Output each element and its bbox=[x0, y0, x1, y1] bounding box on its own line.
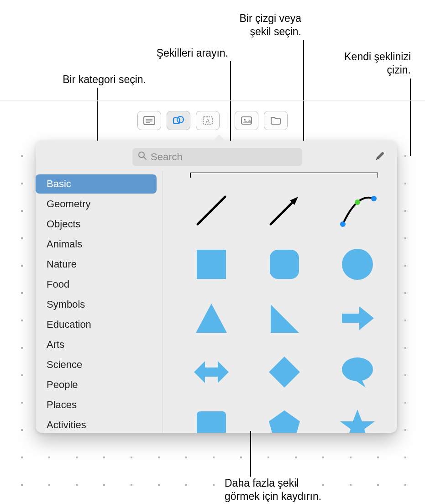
category-sidebar: Basic Geometry Objects Animals Nature Fo… bbox=[36, 171, 163, 433]
svg-marker-23 bbox=[342, 306, 374, 330]
shape-triangle[interactable] bbox=[182, 293, 241, 343]
shape-line[interactable] bbox=[182, 185, 241, 236]
category-food[interactable]: Food bbox=[36, 275, 157, 294]
svg-point-16 bbox=[371, 196, 377, 201]
svg-point-9 bbox=[244, 119, 246, 121]
shape-callout-rect[interactable] bbox=[182, 401, 241, 433]
callout-scroll: Daha fazla şekilgörmek için kaydırın. bbox=[225, 477, 371, 503]
category-activities[interactable]: Activities bbox=[36, 415, 157, 433]
toolbar: A bbox=[0, 107, 425, 134]
svg-marker-30 bbox=[269, 410, 300, 433]
toolbar-shapes-button[interactable] bbox=[167, 111, 190, 130]
category-geometry[interactable]: Geometry bbox=[36, 194, 157, 214]
toolbar-media-button[interactable] bbox=[235, 111, 258, 130]
svg-marker-31 bbox=[340, 410, 375, 433]
category-places[interactable]: Places bbox=[36, 395, 157, 415]
category-education[interactable]: Education bbox=[36, 315, 157, 334]
shape-circle[interactable] bbox=[328, 239, 387, 289]
toolbar-notes-button[interactable] bbox=[137, 111, 161, 130]
svg-point-10 bbox=[139, 152, 144, 158]
svg-point-26 bbox=[342, 357, 373, 381]
svg-marker-22 bbox=[271, 304, 299, 333]
shape-arrow-right[interactable] bbox=[328, 293, 387, 343]
callout-draw-own: Kendi şekliniziçizin. bbox=[301, 50, 411, 77]
shape-pentagon[interactable] bbox=[255, 401, 314, 433]
popover-header bbox=[36, 141, 397, 171]
draw-shape-button[interactable] bbox=[372, 149, 388, 165]
shape-grid bbox=[184, 185, 384, 433]
category-animals[interactable]: Animals bbox=[36, 235, 157, 254]
toolbar-text-button[interactable]: A bbox=[196, 111, 220, 130]
category-nature[interactable]: Nature bbox=[36, 255, 157, 274]
shape-rounded-square[interactable] bbox=[255, 239, 314, 289]
callout-line-or-shape: Bir çizgi veyaşekil seçin. bbox=[196, 12, 301, 38]
shape-square[interactable] bbox=[182, 239, 241, 289]
callout-bracket bbox=[190, 173, 378, 178]
svg-line-13 bbox=[271, 200, 295, 224]
category-people[interactable]: People bbox=[36, 375, 157, 394]
callout-category: Bir kategori seçin. bbox=[23, 73, 146, 86]
callout-search: Şekilleri arayın. bbox=[119, 47, 228, 60]
svg-rect-18 bbox=[197, 250, 226, 279]
svg-point-15 bbox=[340, 221, 346, 227]
svg-marker-21 bbox=[196, 304, 227, 333]
svg-rect-19 bbox=[270, 250, 299, 279]
shape-speech-bubble[interactable] bbox=[328, 347, 387, 397]
svg-point-5 bbox=[177, 116, 184, 123]
svg-point-17 bbox=[355, 200, 360, 205]
category-symbols[interactable]: Symbols bbox=[36, 295, 157, 314]
shape-double-arrow[interactable] bbox=[182, 347, 241, 397]
search-box[interactable] bbox=[132, 148, 302, 166]
category-science[interactable]: Science bbox=[36, 355, 157, 374]
pen-icon bbox=[374, 151, 385, 163]
shape-arrow-line[interactable] bbox=[255, 185, 314, 236]
toolbar-folder-button[interactable] bbox=[264, 111, 288, 130]
toolbar-separator bbox=[227, 113, 228, 128]
category-objects[interactable]: Objects bbox=[36, 215, 157, 234]
category-basic[interactable]: Basic bbox=[36, 174, 157, 194]
search-icon bbox=[138, 151, 151, 163]
svg-point-20 bbox=[342, 249, 373, 280]
svg-marker-24 bbox=[194, 361, 229, 383]
search-input[interactable] bbox=[151, 151, 297, 163]
shape-curve[interactable] bbox=[328, 185, 387, 236]
shapes-popover: Basic Geometry Objects Animals Nature Fo… bbox=[36, 141, 397, 433]
shape-diamond[interactable] bbox=[255, 347, 314, 397]
callout-leader bbox=[250, 431, 251, 477]
toolbar-divider bbox=[0, 100, 425, 101]
svg-rect-28 bbox=[197, 411, 226, 433]
svg-text:A: A bbox=[206, 118, 210, 124]
svg-marker-25 bbox=[269, 357, 300, 388]
category-arts[interactable]: Arts bbox=[36, 335, 157, 354]
shapes-pane[interactable] bbox=[163, 171, 397, 433]
svg-line-12 bbox=[198, 197, 225, 224]
shape-star[interactable] bbox=[328, 401, 387, 433]
shape-right-triangle[interactable] bbox=[255, 293, 314, 343]
svg-line-11 bbox=[144, 157, 146, 159]
